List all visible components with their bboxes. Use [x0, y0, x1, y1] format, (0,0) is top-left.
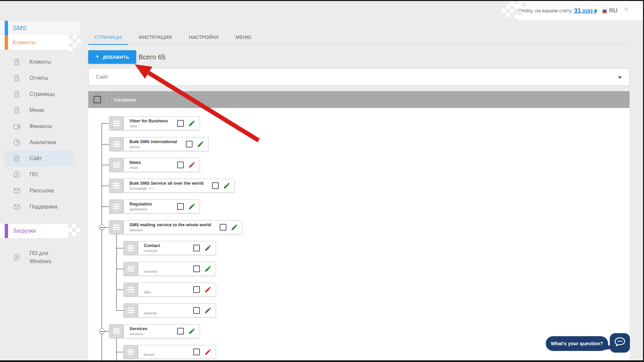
sidebar-item-6[interactable]: Сайт [5, 150, 73, 167]
dissolve-decoration [502, 9, 506, 13]
page-slug: contacts [144, 249, 160, 253]
sidebar-section-downloads[interactable]: Загрузки [0, 224, 68, 238]
dissolve-decoration [69, 39, 73, 43]
site-filter-dropdown[interactable]: Сайт [88, 68, 630, 86]
tree-connector-line [116, 248, 123, 248]
edit-pencil-icon[interactable] [204, 265, 212, 273]
drag-handle-icon[interactable] [109, 158, 123, 172]
tree-row: offer [123, 283, 630, 297]
logout-power-icon[interactable] [624, 6, 628, 15]
tree-connector-line [116, 352, 123, 352]
tab-0[interactable]: СТРАНИЦЫ [88, 31, 128, 45]
sidebar-item-5[interactable]: Аналитика [5, 134, 73, 150]
row-checkbox[interactable] [177, 120, 184, 127]
tab-2[interactable]: НАСТРОЙКИ [182, 31, 225, 44]
section-accent-bar [5, 35, 8, 50]
tab-1[interactable]: ИНСТРУКЦИЯ [132, 31, 178, 44]
row-checkbox[interactable] [193, 245, 200, 251]
tree-connector-line [116, 338, 117, 360]
row-checkbox[interactable] [212, 182, 219, 189]
page-card-controls [177, 161, 196, 169]
edit-pencil-icon[interactable] [204, 348, 212, 356]
tab-3[interactable]: МЕНЮ [229, 31, 258, 44]
sidebar-item-2[interactable]: Страницы [5, 86, 73, 102]
edit-pencil-icon[interactable] [188, 327, 196, 335]
edit-pencil-icon[interactable] [188, 120, 196, 127]
drag-handle-icon[interactable] [123, 345, 138, 359]
page-title: SMS mailing service to the whole world [129, 222, 211, 228]
row-checkbox[interactable] [186, 141, 193, 147]
sidebar-item-0[interactable]: ПО для Windows [5, 247, 73, 268]
drag-handle-icon[interactable] [109, 116, 123, 130]
page-card: Regulationagreement [123, 199, 200, 214]
drag-handle-icon[interactable] [109, 137, 123, 151]
sidebar-item-9[interactable]: Поддержка [5, 199, 73, 215]
add-button[interactable]: + ДОБАВИТЬ [88, 50, 136, 64]
drag-handle-icon[interactable] [123, 241, 138, 255]
row-checkbox[interactable] [220, 224, 226, 231]
tree-connector-line [102, 123, 109, 124]
sidebar-item-label: ПО [30, 171, 38, 179]
collapse-minus-icon[interactable] [99, 328, 105, 334]
page-card: offer [138, 283, 216, 297]
drag-handle-icon[interactable] [109, 199, 123, 214]
row-checkbox[interactable] [193, 286, 200, 293]
tree-connector-line [102, 165, 109, 165]
section-label: Клиенты [13, 39, 36, 46]
sidebar-brand-sms[interactable]: SMS [0, 21, 80, 35]
language-label[interactable]: RU [609, 7, 618, 14]
tree-row: Viber for Businessviber [109, 116, 630, 130]
edit-pencil-icon[interactable] [223, 182, 230, 189]
row-checkbox[interactable] [177, 162, 184, 168]
row-checkbox[interactable] [193, 307, 200, 314]
chat-question-bubble[interactable]: What's your question? [546, 336, 608, 351]
sidebar-item-label: Отчеты [30, 74, 48, 82]
page-title: News [129, 160, 141, 165]
page-card-controls [212, 182, 230, 189]
russia-flag-icon[interactable] [602, 8, 607, 14]
sidebar-item-0[interactable]: Клиенты [5, 54, 73, 70]
drag-handle-icon[interactable] [109, 179, 123, 193]
balance-frac: ,3183 ₴ [581, 8, 597, 14]
page-card-text: rewards [144, 305, 157, 315]
select-all-checkbox[interactable] [94, 96, 101, 103]
collapse-minus-icon[interactable] [99, 225, 105, 230]
row-checkbox[interactable] [177, 328, 184, 335]
document-icon [13, 74, 21, 82]
edit-pencil-icon[interactable] [231, 224, 238, 231]
sidebar-downloads-menu: ПО для Windows [0, 247, 80, 268]
edit-pencil-icon[interactable] [188, 161, 196, 169]
row-checkbox[interactable] [177, 203, 184, 210]
header-divider [106, 91, 107, 108]
row-checkbox[interactable] [193, 265, 200, 272]
sidebar-item-label: Аналитика [30, 138, 56, 146]
sidebar-item-8[interactable]: Рассылка [5, 183, 73, 199]
row-checkbox[interactable] [193, 349, 200, 355]
drag-handle-icon[interactable] [109, 324, 123, 338]
page-card-controls [177, 120, 196, 127]
edit-pencil-icon[interactable] [204, 286, 212, 293]
sidebar-item-label: Рассылка [30, 187, 54, 195]
page-card-controls [193, 244, 212, 252]
sidebar-item-7[interactable]: ПО [5, 167, 73, 183]
dissolve-decoration [76, 228, 80, 232]
edit-pencil-icon[interactable] [197, 140, 204, 148]
edit-pencil-icon[interactable] [204, 307, 212, 314]
edit-pencil-icon[interactable] [188, 203, 196, 210]
drag-handle-icon[interactable] [123, 262, 138, 276]
drag-handle-icon[interactable] [123, 283, 138, 297]
envelope-icon [13, 187, 21, 195]
drag-handle-icon[interactable] [109, 220, 123, 234]
page-card-text: forrent [144, 347, 155, 357]
page-card-text: Bulk SMS internationalasmsz [129, 139, 177, 149]
chat-launcher-button[interactable] [610, 333, 630, 353]
page-card: forrent [138, 345, 216, 359]
sidebar-section-clients[interactable]: Клиенты [0, 35, 69, 50]
edit-pencil-icon[interactable] [204, 244, 212, 252]
drag-handle-icon[interactable] [123, 303, 138, 317]
sidebar-item-3[interactable]: Меню [5, 102, 73, 118]
balance-link[interactable]: 31,3183 ₴ [574, 7, 597, 14]
topbar-account-band: Dmitry, на вашем счету 31,3183 ₴ RU [518, 1, 643, 20]
sidebar-item-4[interactable]: Финансы [5, 118, 73, 134]
sidebar-item-1[interactable]: Отчеты [5, 70, 73, 86]
